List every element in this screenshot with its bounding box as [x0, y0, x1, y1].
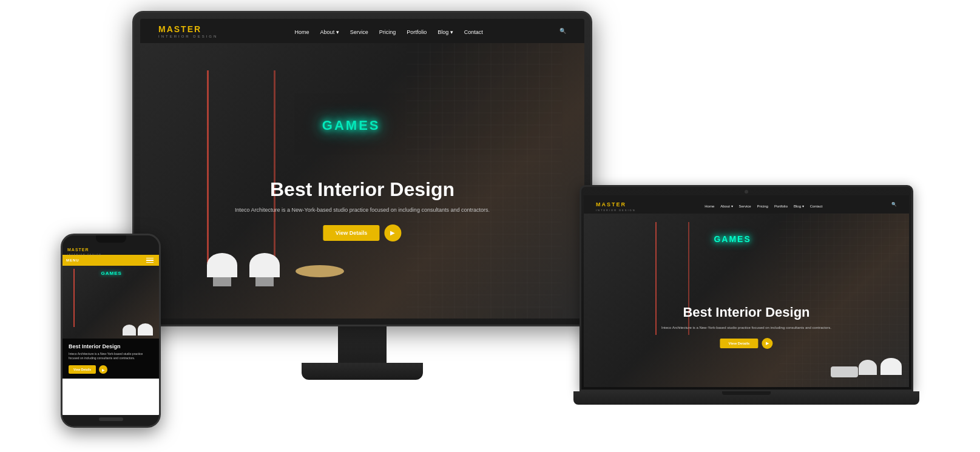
desktop-logo-text: MASTER	[158, 24, 201, 34]
laptop-search-icon[interactable]: 🔍	[891, 202, 897, 207]
laptop-link-contact[interactable]: Contact	[810, 204, 823, 208]
desktop-logo-sub: INTERIOR DESIGN	[158, 35, 218, 38]
desktop-hero: GAMES	[140, 43, 584, 319]
desktop-view-details-button[interactable]: View Details	[323, 225, 379, 241]
smartphone: MASTER INTERIOR DESIGN MENU	[61, 234, 161, 428]
laptop-nav-blog[interactable]: Blog ▾	[794, 199, 804, 210]
nav-item-blog[interactable]: Blog ▾	[438, 25, 453, 36]
nav-item-about[interactable]: About ▾	[320, 25, 339, 36]
laptop-chair-1	[880, 358, 902, 375]
monitor-outer: MASTER INTERIOR DESIGN Home About ▾ Serv…	[132, 11, 592, 326]
desktop-btn-group: View Details ▶	[229, 224, 495, 241]
laptop-link-portfolio[interactable]: Portfolio	[774, 204, 788, 208]
nav-link-blog[interactable]: Blog ▾	[438, 29, 453, 35]
phone-menu-label-text: MENU	[66, 258, 79, 262]
phone-btn-group: View Details ▶	[69, 365, 153, 374]
laptop-logo-container: MASTER INTERIOR DESIGN	[596, 198, 636, 212]
desktop-nav-links: Home About ▾ Service Pricing Portfolio B…	[295, 25, 483, 36]
laptop-screen: MASTER INTERIOR DESIGN Home About ▾ Serv…	[584, 195, 909, 387]
phone-bottom-area	[63, 379, 159, 415]
laptop-neon-sign: GAMES	[714, 234, 751, 244]
laptop: MASTER INTERIOR DESIGN Home About ▾ Serv…	[580, 185, 913, 416]
laptop-nav-about[interactable]: About ▾	[720, 199, 732, 210]
laptop-nav-portfolio[interactable]: Portfolio	[774, 199, 788, 210]
desktop-hero-subtitle: Inteco Architecture is a New-York-based …	[229, 206, 495, 215]
laptop-link-pricing[interactable]: Pricing	[757, 204, 768, 208]
monitor-stand-neck	[338, 326, 387, 363]
laptop-view-details-button[interactable]: View Details	[720, 339, 759, 348]
laptop-hero-title: Best Interior Design	[632, 305, 860, 320]
laptop-logo-text: MASTER	[596, 201, 626, 207]
phone-home-button[interactable]	[99, 417, 123, 421]
laptop-logo-sub: INTERIOR DESIGN	[596, 209, 636, 212]
phone-hamburger-button[interactable]	[144, 256, 155, 265]
laptop-site: MASTER INTERIOR DESIGN Home About ▾ Serv…	[584, 195, 909, 387]
laptop-nav-service[interactable]: Service	[739, 199, 751, 210]
neon-sign-text: GAMES	[322, 118, 380, 133]
laptop-nav-home[interactable]: Home	[705, 199, 714, 210]
nav-link-contact[interactable]: Contact	[464, 29, 483, 35]
desktop-logo-container: MASTER INTERIOR DESIGN	[158, 24, 218, 38]
desktop-nav: MASTER INTERIOR DESIGN Home About ▾ Serv…	[140, 19, 584, 43]
hamburger-line-2	[146, 260, 154, 261]
phone-logo-container: MASTER INTERIOR DESIGN	[67, 243, 102, 256]
phone-hero: GAMES	[63, 266, 159, 339]
laptop-screen-container: MASTER INTERIOR DESIGN Home About ▾ Serv…	[580, 185, 913, 391]
desktop-hero-title: Best Interior Design	[229, 179, 495, 200]
phone-neon-sign: GAMES	[101, 271, 122, 276]
phone-play-button[interactable]: ▶	[99, 365, 107, 374]
phone-site: MASTER INTERIOR DESIGN MENU	[63, 235, 159, 426]
nav-item-home[interactable]: Home	[295, 25, 309, 36]
laptop-nav-pricing[interactable]: Pricing	[757, 199, 768, 210]
laptop-btn-group: View Details ▶	[632, 338, 860, 349]
hamburger-line-1	[146, 258, 154, 259]
chair-2	[249, 253, 280, 277]
phone-chair-2	[123, 325, 136, 336]
laptop-hero: GAMES Best Interior Design Inteco	[584, 214, 909, 387]
laptop-nav-links: Home About ▾ Service Pricing Portfolio B…	[705, 199, 822, 210]
laptop-link-about[interactable]: About ▾	[720, 204, 732, 208]
desktop-play-button[interactable]: ▶	[384, 224, 401, 241]
phone-logo-text: MASTER	[67, 248, 89, 252]
nav-link-portfolio[interactable]: Portfolio	[407, 29, 427, 35]
laptop-link-home[interactable]: Home	[705, 204, 714, 208]
nav-item-service[interactable]: Service	[350, 25, 368, 36]
nav-link-service[interactable]: Service	[350, 29, 368, 35]
laptop-base	[573, 391, 919, 405]
laptop-link-blog[interactable]: Blog ▾	[794, 204, 804, 208]
phone-red-bar	[73, 269, 75, 327]
monitor-stand-base	[302, 363, 423, 380]
laptop-nav-contact[interactable]: Contact	[810, 199, 823, 210]
laptop-camera	[745, 190, 748, 194]
nav-link-pricing[interactable]: Pricing	[379, 29, 396, 35]
nav-item-contact[interactable]: Contact	[464, 25, 483, 36]
laptop-nav: MASTER INTERIOR DESIGN Home About ▾ Serv…	[584, 195, 909, 214]
nav-link-home[interactable]: Home	[295, 29, 309, 35]
phone-chair-1	[138, 323, 153, 336]
laptop-link-service[interactable]: Service	[739, 204, 751, 208]
laptop-play-button[interactable]: ▶	[762, 338, 772, 349]
nav-item-pricing[interactable]: Pricing	[379, 25, 396, 36]
chair-group	[207, 253, 280, 277]
phone-play-icon: ▶	[102, 368, 105, 372]
phone-logo-sub: INTERIOR DESIGN	[67, 254, 102, 256]
phone-camera-notch	[96, 235, 126, 243]
laptop-hero-subtitle: Inteco Architecture is a New-York-based …	[632, 325, 860, 331]
desktop-hero-content: Best Interior Design Inteco Architecture…	[229, 179, 495, 241]
neon-sign-container: GAMES	[296, 84, 407, 167]
phone-screen: MASTER INTERIOR DESIGN MENU	[63, 235, 159, 426]
scene: MASTER INTERIOR DESIGN Home About ▾ Serv…	[0, 0, 980, 452]
search-icon[interactable]: 🔍	[559, 28, 566, 34]
phone-hero-subtitle: Inteco Architecture is a New-York-based …	[69, 352, 153, 360]
phone-content-box: Best Interior Design Inteco Architecture…	[63, 339, 159, 379]
hamburger-line-3	[146, 262, 154, 263]
phone-view-details-button[interactable]: View Details	[69, 365, 96, 374]
laptop-chair-2	[859, 360, 877, 375]
phone-menu-bar[interactable]: MENU	[63, 255, 159, 266]
phone-outer: MASTER INTERIOR DESIGN MENU	[61, 234, 161, 428]
nav-link-about[interactable]: About ▾	[320, 29, 339, 35]
nav-item-portfolio[interactable]: Portfolio	[407, 25, 427, 36]
desktop-monitor: MASTER INTERIOR DESIGN Home About ▾ Serv…	[132, 11, 592, 387]
phone-hero-title: Best Interior Design	[69, 343, 153, 349]
laptop-hero-content: Best Interior Design Inteco Architecture…	[632, 305, 860, 349]
